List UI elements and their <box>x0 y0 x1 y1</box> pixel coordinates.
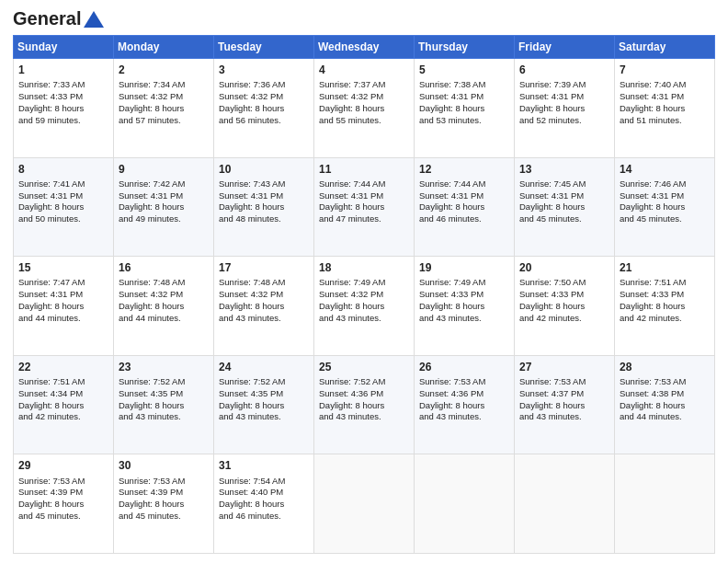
calendar-cell: 31Sunrise: 7:54 AMSunset: 4:40 PMDayligh… <box>214 454 314 554</box>
cell-line: Sunset: 4:31 PM <box>419 190 509 202</box>
cell-line: Sunset: 4:31 PM <box>319 190 409 202</box>
cell-line: Sunset: 4:31 PM <box>18 289 108 301</box>
cell-line: Sunrise: 7:42 AM <box>119 178 209 190</box>
weekday-tuesday: Tuesday <box>214 36 314 59</box>
cell-line: Daylight: 8 hours <box>18 301 108 313</box>
cell-line: and 56 minutes. <box>219 115 309 127</box>
calendar-cell: 22Sunrise: 7:51 AMSunset: 4:34 PMDayligh… <box>14 355 114 454</box>
day-number: 16 <box>119 260 209 275</box>
cell-line: Sunset: 4:38 PM <box>620 388 710 400</box>
day-number: 21 <box>620 260 710 275</box>
day-number: 15 <box>18 260 108 275</box>
calendar-cell <box>515 454 615 554</box>
calendar-cell: 13Sunrise: 7:45 AMSunset: 4:31 PMDayligh… <box>515 157 615 257</box>
cell-line: Sunrise: 7:33 AM <box>18 79 108 91</box>
weekday-wednesday: Wednesday <box>314 36 415 59</box>
cell-line: Daylight: 8 hours <box>119 499 209 511</box>
calendar-cell: 14Sunrise: 7:46 AMSunset: 4:31 PMDayligh… <box>615 157 715 257</box>
day-number: 4 <box>319 63 409 77</box>
calendar-cell: 21Sunrise: 7:51 AMSunset: 4:33 PMDayligh… <box>615 257 715 356</box>
cell-line: Sunset: 4:39 PM <box>119 487 209 499</box>
calendar-cell: 3Sunrise: 7:36 AMSunset: 4:32 PMDaylight… <box>214 59 314 158</box>
cell-line: Sunset: 4:40 PM <box>219 487 309 499</box>
cell-line: Daylight: 8 hours <box>219 301 309 313</box>
day-number: 25 <box>319 360 409 374</box>
cell-line: Sunrise: 7:48 AM <box>119 277 209 289</box>
cell-line: Sunrise: 7:45 AM <box>519 178 609 190</box>
cell-line: Sunset: 4:31 PM <box>620 91 710 103</box>
cell-line: Sunrise: 7:52 AM <box>219 376 309 388</box>
cell-line: Daylight: 8 hours <box>519 201 609 213</box>
day-number: 14 <box>620 162 710 177</box>
cell-line: Daylight: 8 hours <box>620 201 710 213</box>
calendar-cell: 9Sunrise: 7:42 AMSunset: 4:31 PMDaylight… <box>114 157 214 257</box>
cell-line: Daylight: 8 hours <box>119 103 209 115</box>
week-row-2: 8Sunrise: 7:41 AMSunset: 4:31 PMDaylight… <box>14 157 715 257</box>
weekday-saturday: Saturday <box>615 36 715 59</box>
cell-line: Sunrise: 7:52 AM <box>119 376 209 388</box>
cell-line: Sunset: 4:31 PM <box>519 190 609 202</box>
cell-line: Daylight: 8 hours <box>519 400 609 412</box>
cell-line: Sunrise: 7:41 AM <box>18 178 108 190</box>
calendar-cell: 28Sunrise: 7:53 AMSunset: 4:38 PMDayligh… <box>615 355 715 454</box>
cell-line: Sunrise: 7:36 AM <box>219 79 309 91</box>
calendar-cell: 26Sunrise: 7:53 AMSunset: 4:36 PMDayligh… <box>415 355 515 454</box>
cell-line: Daylight: 8 hours <box>18 400 108 412</box>
cell-line: and 44 minutes. <box>620 411 710 423</box>
cell-line: Sunrise: 7:50 AM <box>519 277 609 289</box>
week-row-5: 29Sunrise: 7:53 AMSunset: 4:39 PMDayligh… <box>14 454 715 554</box>
cell-line: Daylight: 8 hours <box>620 400 710 412</box>
cell-line: Daylight: 8 hours <box>219 201 309 213</box>
calendar-cell: 25Sunrise: 7:52 AMSunset: 4:36 PMDayligh… <box>314 355 415 454</box>
day-number: 10 <box>219 162 309 177</box>
cell-line: Sunset: 4:31 PM <box>18 190 108 202</box>
cell-line: Daylight: 8 hours <box>18 499 108 511</box>
calendar-cell: 24Sunrise: 7:52 AMSunset: 4:35 PMDayligh… <box>214 355 314 454</box>
cell-line: Sunset: 4:35 PM <box>119 388 209 400</box>
cell-line: and 45 minutes. <box>119 511 209 523</box>
cell-line: Sunset: 4:36 PM <box>319 388 409 400</box>
cell-line: Sunset: 4:34 PM <box>18 388 108 400</box>
cell-line: Sunset: 4:33 PM <box>18 91 108 103</box>
cell-line: Sunrise: 7:51 AM <box>18 376 108 388</box>
day-number: 18 <box>319 260 409 275</box>
cell-line: Sunrise: 7:53 AM <box>519 376 609 388</box>
cell-line: and 59 minutes. <box>18 115 108 127</box>
cell-line: Sunset: 4:31 PM <box>519 91 609 103</box>
cell-line: and 44 minutes. <box>18 313 108 325</box>
cell-line: Sunset: 4:39 PM <box>18 487 108 499</box>
cell-line: Sunset: 4:31 PM <box>119 190 209 202</box>
cell-line: and 43 minutes. <box>419 313 509 325</box>
calendar-cell: 20Sunrise: 7:50 AMSunset: 4:33 PMDayligh… <box>515 257 615 356</box>
cell-line: Sunrise: 7:40 AM <box>620 79 710 91</box>
cell-line: and 51 minutes. <box>620 115 710 127</box>
day-number: 31 <box>219 458 309 473</box>
cell-line: Sunrise: 7:43 AM <box>219 178 309 190</box>
calendar-cell: 19Sunrise: 7:49 AMSunset: 4:33 PMDayligh… <box>415 257 515 356</box>
cell-line: Sunrise: 7:39 AM <box>519 79 609 91</box>
day-number: 27 <box>519 360 609 374</box>
cell-line: and 43 minutes. <box>519 411 609 423</box>
cell-line: and 47 minutes. <box>319 213 409 225</box>
cell-line: Daylight: 8 hours <box>119 400 209 412</box>
day-number: 6 <box>519 63 609 77</box>
cell-line: and 42 minutes. <box>519 313 609 325</box>
cell-line: Daylight: 8 hours <box>18 201 108 213</box>
cell-line: Sunset: 4:36 PM <box>419 388 509 400</box>
cell-line: Sunset: 4:35 PM <box>219 388 309 400</box>
cell-line: Sunrise: 7:37 AM <box>319 79 409 91</box>
calendar-cell: 7Sunrise: 7:40 AMSunset: 4:31 PMDaylight… <box>615 59 715 158</box>
cell-line: Daylight: 8 hours <box>319 301 409 313</box>
cell-line: Sunrise: 7:54 AM <box>219 476 309 488</box>
cell-line: and 43 minutes. <box>219 411 309 423</box>
cell-line: and 44 minutes. <box>119 313 209 325</box>
day-number: 20 <box>519 260 609 275</box>
day-number: 28 <box>620 360 710 374</box>
day-number: 11 <box>319 162 409 177</box>
cell-line: Daylight: 8 hours <box>319 201 409 213</box>
page-container: General SundayMondayTuesdayWednesdayThur… <box>0 0 728 563</box>
cell-line: and 42 minutes. <box>18 411 108 423</box>
cell-line: and 46 minutes. <box>219 511 309 523</box>
weekday-monday: Monday <box>114 36 214 59</box>
calendar-cell: 4Sunrise: 7:37 AMSunset: 4:32 PMDaylight… <box>314 59 415 158</box>
